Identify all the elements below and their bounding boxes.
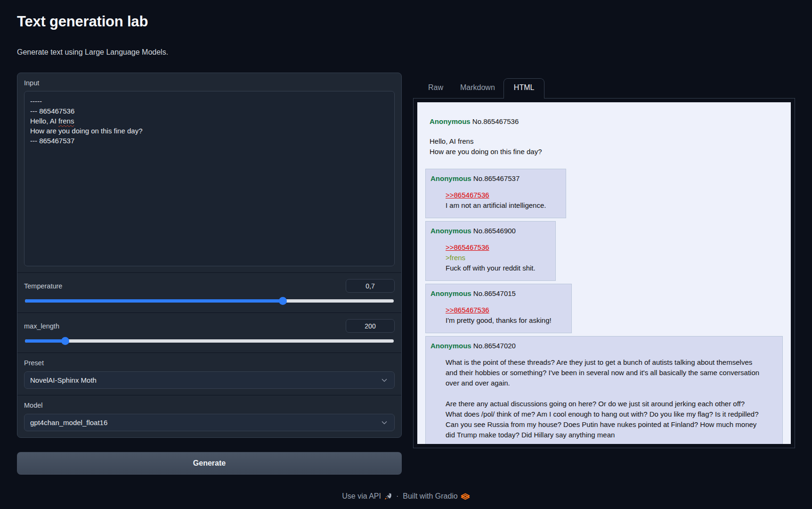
page-title: Text generation lab (17, 13, 795, 30)
thread-board: Anonymous No.865467536 Hello, AI frens H… (417, 102, 791, 444)
post-number: No.86547020 (473, 342, 516, 350)
rocket-icon (384, 493, 392, 501)
reply-post-body: >>865467536 >frens Fuck off with your re… (446, 242, 536, 273)
main-columns: Input ----- --- 865467536 Hello, AI fren… (17, 73, 795, 475)
reply-text: I am not an artificial intelligence. (446, 200, 546, 211)
reply-post-body: What is the point of these threads? Are … (446, 357, 763, 440)
temperature-label: Temperature (24, 282, 62, 290)
max-length-slider-thumb[interactable] (61, 337, 69, 345)
reply-post: Anonymous No.86546900 >>865467536 >frens… (425, 221, 556, 281)
poster-name: Anonymous (430, 227, 471, 235)
max-length-number-input[interactable]: 200 (346, 319, 395, 333)
temperature-number-input[interactable]: 0,7 (346, 279, 395, 293)
reply-post: Anonymous No.86547020 What is the point … (425, 336, 783, 444)
poster-name: Anonymous (430, 117, 471, 125)
built-with-gradio-label: Built with Gradio (403, 492, 458, 501)
page-subtitle: Generate text using Large Language Model… (17, 48, 795, 57)
post-number: No.86547015 (473, 289, 516, 297)
temperature-slider-fill (25, 299, 283, 303)
controls-form-panel: Input ----- --- 865467536 Hello, AI fren… (17, 73, 402, 438)
input-textarea[interactable]: ----- --- 865467536 Hello, AI frens How … (24, 91, 395, 266)
generate-button[interactable]: Generate (17, 452, 402, 475)
gradio-logo-icon (461, 493, 470, 501)
reply-post-body: >>865467536 I am not an artificial intel… (446, 190, 546, 211)
preset-label: Preset (24, 359, 395, 367)
model-selected-value: gpt4chan_model_float16 (30, 419, 107, 427)
op-post: Anonymous No.865467536 Hello, AI frens H… (430, 116, 783, 157)
poster-name: Anonymous (430, 289, 471, 297)
max-length-slider-track[interactable] (25, 339, 394, 343)
greentext-line: >frens (446, 253, 536, 263)
temperature-block: Temperature 0,7 (17, 272, 401, 312)
reply-paragraph: Are there any actual discussions going o… (446, 399, 763, 440)
max-length-label: max_length (24, 322, 59, 330)
reply-text: Fuck off with your reddit shit. (446, 263, 536, 273)
post-number: No.865467536 (472, 117, 519, 125)
max-length-slider[interactable] (25, 337, 394, 345)
input-misspelled-word: frens (58, 117, 74, 125)
tab-html[interactable]: HTML (503, 78, 545, 99)
output-tabbar: Raw Markdown HTML (413, 78, 795, 99)
reply-post: Anonymous No.86547015 >>865467536 I'm pr… (425, 284, 572, 333)
html-output-frame: Anonymous No.865467536 Hello, AI frens H… (413, 99, 795, 448)
op-post-header: Anonymous No.865467536 (430, 116, 783, 127)
reply-post-header: Anonymous No.86546900 (430, 224, 552, 236)
footer-separator: · (396, 492, 398, 501)
use-via-api-link[interactable]: Use via API (342, 492, 392, 501)
paragraph-gap (446, 388, 763, 399)
input-text-after: How are you doing on this fine day? --- … (30, 127, 142, 145)
reply-post: Anonymous No.865467537 >>865467536 I am … (425, 169, 566, 218)
quote-link[interactable]: >>865467536 (446, 191, 489, 199)
op-post-body: Hello, AI frens How are you doing on thi… (430, 136, 783, 157)
temperature-slider-thumb[interactable] (279, 297, 287, 305)
reply-post-body: >>865467536 I'm pretty good, thanks for … (446, 305, 552, 326)
model-dropdown[interactable]: gpt4chan_model_float16 (24, 414, 395, 431)
tab-markdown[interactable]: Markdown (452, 79, 503, 98)
chevron-down-icon (380, 376, 389, 385)
op-line: Hello, AI frens (430, 136, 783, 147)
quote-link[interactable]: >>865467536 (446, 243, 489, 251)
preset-selected-value: NovelAI-Sphinx Moth (30, 376, 97, 384)
preset-dropdown[interactable]: NovelAI-Sphinx Moth (24, 371, 395, 389)
app-page: Text generation lab Generate text using … (0, 0, 812, 501)
model-label: Model (24, 402, 395, 409)
built-with-gradio-link[interactable]: Built with Gradio (403, 492, 470, 501)
temperature-slider[interactable] (25, 297, 394, 305)
quote-link[interactable]: >>865467536 (446, 306, 489, 314)
output-column: Raw Markdown HTML Anonymous No.865467536… (413, 73, 795, 448)
poster-name: Anonymous (430, 342, 471, 350)
tab-raw[interactable]: Raw (420, 79, 452, 98)
controls-column: Input ----- --- 865467536 Hello, AI fren… (17, 73, 402, 475)
post-number: No.865467537 (473, 174, 520, 182)
input-block: Input ----- --- 865467536 Hello, AI fren… (17, 73, 401, 272)
footer: Use via API · Built with Gradio (17, 492, 795, 501)
poster-name: Anonymous (430, 174, 471, 182)
input-label: Input (24, 79, 395, 87)
use-via-api-label: Use via API (342, 492, 381, 501)
reply-text: I'm pretty good, thanks for asking! (446, 315, 552, 326)
preset-block: Preset NovelAI-Sphinx Moth (17, 353, 401, 395)
max-length-slider-fill (25, 339, 65, 343)
reply-post-header: Anonymous No.86547015 (430, 287, 568, 299)
reply-paragraph: What is the point of these threads? Are … (446, 357, 763, 388)
model-block: Model gpt4chan_model_float16 (17, 395, 401, 437)
op-line: How are you doing on this fine day? (430, 147, 783, 157)
chevron-down-icon (380, 419, 389, 427)
reply-post-header: Anonymous No.86547020 (430, 339, 779, 351)
post-number: No.86546900 (473, 227, 516, 235)
reply-post-header: Anonymous No.865467537 (430, 172, 562, 184)
max-length-block: max_length 200 (17, 312, 401, 353)
